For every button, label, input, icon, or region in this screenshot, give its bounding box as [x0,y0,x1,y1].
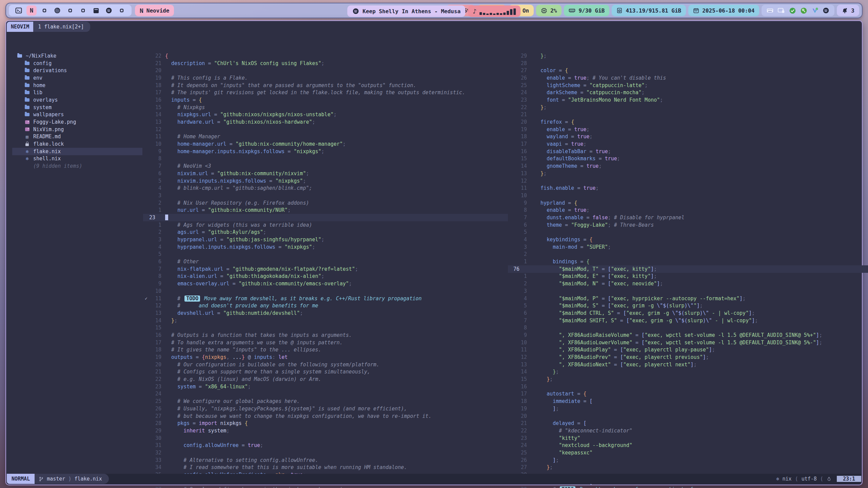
code-line[interactable]: 10 [508,192,868,199]
code-line[interactable]: 21 # Configs can support more than a sin… [143,368,508,376]
workspace-firefox[interactable] [51,5,64,16]
code-line[interactable]: 7 dunst.enable = false; # Disable for hy… [508,214,868,221]
code-line[interactable]: 3 [143,192,508,199]
code-line[interactable]: 12 # and doesn't provide any benefits fo… [143,302,508,309]
code-line[interactable]: 25 "keepassxc" [508,449,868,456]
tree-item[interactable]: lib [12,89,142,96]
code-line[interactable]: 19 outputs = {nixpkgs, ...} @ inputs: le… [143,353,508,361]
code-line[interactable]: 5 "$mainMod, S" = ["exec, grim -g \"$(sl… [508,302,868,309]
tree-item[interactable]: home [12,82,142,89]
tree-item[interactable]: Foggy-Lake.png [12,118,142,126]
code-line[interactable]: 76 "$mainMod, T" = ["exec, kitty"]; [508,265,868,273]
code-line[interactable]: 2 ags.url = "github:Aylur/ags"; [143,229,508,236]
code-line[interactable]: 23 font = "JetBrainsMono Nerd Font Mono"… [508,96,868,104]
code-line[interactable]: 29 }; [508,52,868,60]
code-line[interactable]: 13 hardware.url = "github:nixos/nixos-ha… [143,118,508,126]
code-line[interactable]: 21 delayed = [ [508,420,868,427]
memory-module[interactable]: 9/30 GiB [564,5,609,16]
code-line[interactable]: 5 [508,229,868,236]
code-line[interactable]: 14 }; [143,317,508,324]
vesktop-tray-icon[interactable] [811,7,818,14]
active-window-pill[interactable]: N Neovide [135,5,174,16]
code-line[interactable]: 7 # NeoVim <3 [143,162,508,170]
code-line[interactable]: 3 main-mod = "SUPER"; [508,243,868,251]
tree-item[interactable]: NixVim.png [12,126,142,133]
code-line[interactable]: 29 inherit system; [143,427,508,434]
code-line[interactable]: 23 [143,214,508,221]
code-line[interactable]: 15 [143,324,508,331]
tree-item[interactable]: config [12,60,142,67]
code-line[interactable]: 30 [143,434,508,442]
code-line[interactable]: 14 }; [508,368,868,376]
code-line[interactable]: 8 enable = true; [508,206,868,214]
tree-item[interactable]: overlays [12,96,142,104]
cpu-module[interactable]: 2% [536,5,561,16]
code-line[interactable]: 8 [508,324,868,331]
code-line[interactable]: 18 wayland = true; [508,133,868,141]
code-line[interactable]: 6 # Other [143,258,508,265]
tree-item[interactable]: derivations [12,67,142,74]
code-line[interactable]: 3 [508,287,868,295]
code-line[interactable]: 16 [508,383,868,390]
code-line[interactable]: 10 home-manager.url = "github:nix-commun… [143,140,508,148]
code-line[interactable]: 22 # e.g. NixOS (linux) and MacOS (darwi… [143,375,508,383]
code-line[interactable]: 2 [508,251,868,258]
code-line[interactable]: 15 defaultBookmarks = true; [508,155,868,163]
code-line[interactable]: 5 [143,251,508,258]
code-line[interactable]: 9 home-manager.inputs.nixpkgs.follows = … [143,148,508,155]
code-line[interactable]: 22{ [143,52,508,60]
code-line[interactable]: 16 inputs = { [143,96,508,104]
code-line[interactable]: 20 [508,412,868,420]
code-line[interactable]: 18 # It depends on "inputs" that are pas… [143,82,508,89]
workspace-files[interactable] [90,5,102,16]
code-line[interactable]: 7 nix-flatpak.url = "github:gmodena/nix-… [143,265,508,273]
code-line[interactable]: 15 }; [508,375,868,383]
code-line[interactable]: 10 ", XF86AudioLowerVolume" = ["exec, wp… [508,339,868,346]
tree-item[interactable]: flake.lock [12,140,142,148]
check-circle-tray-icon[interactable] [789,7,796,14]
code-line[interactable]: 1 bindings = { [508,258,868,265]
code-line[interactable]: 17 # The inputs' git revisions get locke… [143,89,508,96]
code-line[interactable]: 4 # blink-cmp.url = "github:saghen/blink… [143,184,508,192]
key-tray-icon[interactable] [800,7,807,14]
tree-item[interactable]: ▤README.md [12,133,142,141]
code-line[interactable]: 8 nix-alien.url = "github:thiagokokada/n… [143,273,508,280]
code-line[interactable]: 17 vaapi = true; [508,140,868,148]
code-line[interactable]: 26 # Usually, "nixpkgs.legacyPackages.${… [143,405,508,412]
code-line[interactable]: 21 [508,111,868,119]
code-line[interactable]: 28 pkgs = import nixpkgs { [143,420,508,427]
code-line[interactable]: 4 "$mainMod, P" = ["exec, hyprpicker --a… [508,295,868,302]
code-line[interactable]: 6 "$mainMod CTRL, S" = ["exec, grim -g \… [508,309,868,317]
code-line[interactable]: 3 hyprpanel.url = "github:jas-singhfsu/h… [143,236,508,243]
code-line[interactable]: 15 # Nixpkgs [143,104,508,111]
code-line[interactable]: 9 hyprland = { [508,199,868,207]
workspace-empty[interactable] [115,5,128,16]
touchpad-tray-icon[interactable] [777,7,785,14]
code-line[interactable]: 13 devshell.url = "github:numtide/devshe… [143,309,508,317]
workspace-empty[interactable] [64,5,77,16]
code-line[interactable]: 25 # We configure our global packages he… [143,398,508,405]
code-line[interactable]: ✓30 # TODO Doesn't work, use focus_on_ac… [508,486,868,488]
code-line[interactable]: 24 "nextcloud --background" [508,442,868,449]
tree-item[interactable]: ❄flake.nix [12,148,142,155]
code-line[interactable]: 1 nur.url = "github:nix-community/NUR"; [143,206,508,214]
code-line[interactable]: 13 ", XF86AudioNext" = ["exec, playerctl… [508,361,868,368]
code-line[interactable]: 32 [143,449,508,456]
code-line[interactable]: 28 [508,60,868,67]
code-line[interactable]: 31 config.allowUnfree = true; [143,442,508,449]
tree-item[interactable]: system [12,104,142,111]
code-line[interactable]: 4 hyprpanel.inputs.nixpkgs.follows = "ni… [143,243,508,251]
workspace-spotify[interactable] [102,5,115,16]
code-line[interactable]: 8 [143,155,508,163]
code-line[interactable]: 27 color = { [508,67,868,74]
tab-flake-nix[interactable]: 1 flake.nix[2+] [33,22,90,32]
tree-item[interactable]: ❄shell.nix [12,155,142,163]
code-line[interactable]: 20 firefox = { [508,118,868,126]
workspace-empty[interactable] [77,5,90,16]
code-line[interactable]: 9 emacs-overlay.url = "github:nix-commun… [143,280,508,287]
code-line[interactable]: 14 gnomeTheme = true; [508,162,868,170]
code-line[interactable]: 14 nixpkgs.url = "github:nixos/nixpkgs/n… [143,111,508,119]
tree-item[interactable]: ~/NixFlake [12,52,142,60]
workspace-terminal[interactable] [12,5,25,16]
code-line[interactable]: 19 # This config is a Flake. [143,74,508,82]
